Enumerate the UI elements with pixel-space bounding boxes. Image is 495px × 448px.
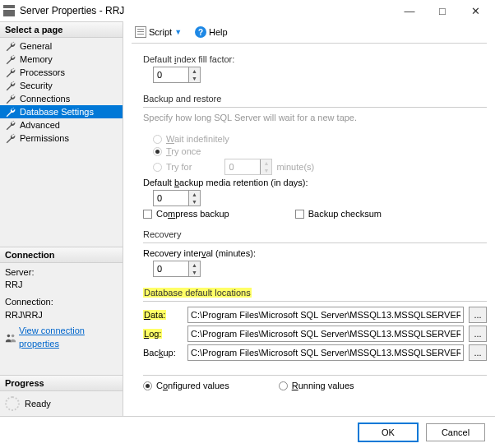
data-path-label: Data: [143, 310, 183, 320]
nav-label: Security [20, 81, 53, 90]
title-bar: Server Properties - RRJ — □ ✕ [0, 0, 495, 21]
nav-security[interactable]: Security [0, 79, 123, 92]
nav-label: Permissions [20, 133, 69, 143]
log-path-input[interactable] [187, 326, 464, 342]
nav-label: Connections [20, 94, 70, 104]
data-path-input[interactable] [187, 307, 464, 323]
close-button[interactable]: ✕ [459, 0, 492, 21]
recovery-interval-label: Recovery interval (minutes): [143, 248, 487, 258]
svg-point-0 [7, 334, 11, 337]
fill-factor-input[interactable] [154, 67, 188, 82]
script-label: Script [149, 27, 172, 37]
retention-input[interactable] [154, 191, 188, 206]
progress-spinner-icon [5, 396, 20, 411]
backup-checksum-checkbox[interactable]: Backup checksum [295, 209, 382, 219]
connection-label: Connection: [5, 296, 118, 308]
wrench-icon [5, 132, 16, 144]
try-for-radio: Try for ▲▼ minute(s) [153, 159, 487, 175]
nav-connections[interactable]: Connections [0, 92, 123, 105]
spin-down-icon[interactable]: ▼ [189, 198, 200, 206]
script-button[interactable]: Script ▼ [132, 25, 185, 39]
retention-spinner[interactable]: ▲▼ [153, 190, 201, 206]
backup-path-label: Backup: [143, 348, 183, 358]
try-for-unit: minute(s) [276, 162, 314, 172]
recovery-spinner[interactable]: ▲▼ [153, 261, 201, 277]
nav-label: Database Settings [20, 107, 94, 117]
people-icon [5, 332, 16, 344]
spin-down-icon[interactable]: ▼ [189, 269, 200, 276]
svg-point-1 [12, 334, 15, 337]
minimize-button[interactable]: — [393, 0, 426, 21]
locations-group-label: Database default locations [143, 288, 487, 298]
chevron-down-icon: ▼ [174, 28, 182, 36]
nav-label: Processors [20, 67, 65, 77]
backup-note: Specify how long SQL Server will wait fo… [143, 113, 487, 122]
configured-values-radio[interactable]: Configured values [143, 381, 229, 390]
nav-database-settings[interactable]: Database Settings [0, 105, 123, 118]
progress-header: Progress [0, 375, 123, 391]
try-for-spinner: ▲▼ [224, 159, 272, 175]
toolbar: Script ▼ ? Help [132, 21, 487, 44]
nav-label: Memory [20, 54, 53, 64]
wrench-icon [5, 106, 16, 118]
server-value: RRJ [5, 279, 118, 291]
fill-factor-spinner[interactable]: ▲▼ [153, 67, 201, 83]
help-label: Help [209, 27, 228, 37]
retention-label: Default backup media retention (in days)… [143, 178, 487, 187]
spin-up-icon[interactable]: ▲ [189, 191, 200, 198]
wait-indefinitely-radio: Wait indefinitely [153, 134, 487, 144]
nav-advanced[interactable]: Advanced [0, 118, 123, 132]
connection-value: RRJ\RRJ [5, 309, 118, 321]
spin-down-icon: ▼ [261, 167, 271, 174]
try-for-input [225, 159, 260, 174]
recovery-input[interactable] [154, 261, 188, 276]
nav-processors[interactable]: Processors [0, 66, 123, 79]
server-label: Server: [5, 266, 118, 279]
main-panel: Script ▼ ? Help Default index fill facto… [123, 21, 495, 416]
maximize-button[interactable]: □ [426, 0, 459, 21]
sidebar: Select a page General Memory Processors … [0, 21, 123, 416]
data-path-browse-button[interactable]: ... [469, 307, 487, 323]
cancel-button[interactable]: Cancel [426, 423, 485, 441]
nav-label: General [20, 41, 52, 51]
nav-label: Advanced [20, 120, 60, 130]
wrench-icon [5, 53, 16, 65]
progress-area: Ready [0, 391, 123, 416]
connection-header: Connection [0, 247, 123, 263]
backup-path-browse-button[interactable]: ... [469, 344, 487, 361]
view-connection-properties-label: View connection properties [19, 325, 118, 350]
select-page-header: Select a page [0, 21, 123, 38]
app-icon [3, 5, 15, 16]
script-icon [135, 26, 146, 38]
spin-up-icon[interactable]: ▲ [189, 67, 200, 75]
dialog-footer: OK Cancel [0, 416, 495, 448]
spin-up-icon[interactable]: ▲ [189, 261, 200, 269]
wrench-icon [5, 80, 16, 91]
progress-status: Ready [25, 399, 51, 409]
nav-memory[interactable]: Memory [0, 53, 123, 66]
log-path-browse-button[interactable]: ... [469, 326, 487, 342]
spin-up-icon: ▲ [261, 159, 271, 167]
wrench-icon [5, 119, 16, 131]
fill-factor-label: Default index fill factor: [143, 54, 487, 64]
nav-permissions[interactable]: Permissions [0, 132, 123, 145]
compress-backup-checkbox[interactable]: Compress backup [143, 209, 229, 219]
recovery-group-label: Recovery [143, 229, 487, 239]
running-values-radio[interactable]: Running values [279, 381, 354, 390]
wrench-icon [5, 67, 16, 78]
wrench-icon [5, 93, 16, 104]
try-once-radio: Try once [153, 146, 487, 156]
ok-button[interactable]: OK [359, 423, 418, 441]
log-path-label: Log: [143, 329, 183, 339]
help-button[interactable]: ? Help [192, 25, 231, 39]
backup-path-input[interactable] [187, 344, 464, 361]
nav-general[interactable]: General [0, 39, 123, 53]
page-list: General Memory Processors Security Conne… [0, 38, 123, 146]
help-icon: ? [195, 26, 206, 38]
spin-down-icon[interactable]: ▼ [189, 75, 200, 82]
backup-group-label: Backup and restore [143, 94, 487, 104]
backup-checksum-label: Backup checksum [308, 209, 382, 219]
window-title: Server Properties - RRJ [20, 5, 393, 16]
wrench-icon [5, 40, 16, 52]
view-connection-properties-link[interactable]: View connection properties [5, 325, 118, 350]
